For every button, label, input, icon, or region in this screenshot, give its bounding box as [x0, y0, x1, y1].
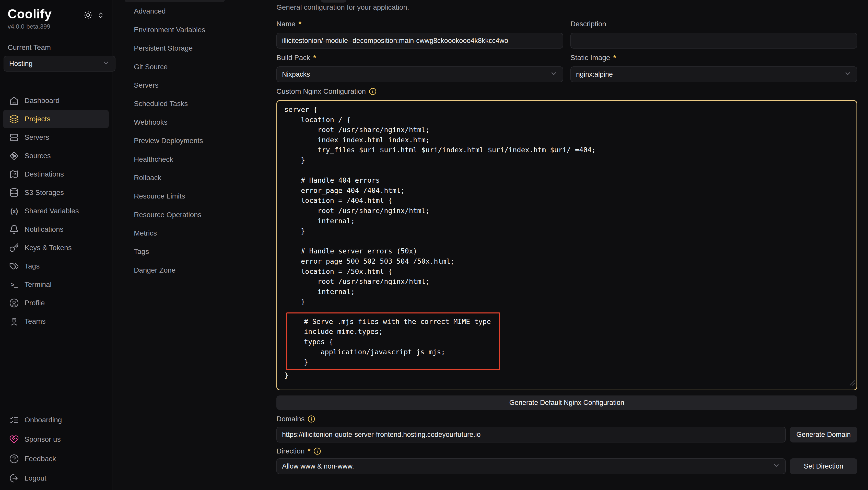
- sidebar: Coolify v4.0.0-beta.399 Current Team Hos…: [0, 0, 113, 490]
- sidebar-item-logout[interactable]: Logout: [3, 468, 109, 488]
- main-nav: Dashboard Projects Servers Sources Desti…: [0, 91, 112, 331]
- bell-icon: [9, 224, 19, 234]
- help-circle-icon: [9, 454, 19, 464]
- mime-types-highlight-box: # Serve .mjs files with the correct MIME…: [286, 312, 500, 370]
- sidebar-item-s3-storages[interactable]: S3 Storages: [3, 183, 109, 202]
- logout-icon: [9, 473, 19, 483]
- settings-nav-item[interactable]: Tags: [125, 242, 225, 261]
- sidebar-item-dashboard[interactable]: Dashboard: [3, 91, 109, 110]
- nginx-config-textarea[interactable]: server { location / { root /usr/share/ng…: [276, 100, 857, 390]
- tags-icon: [9, 262, 19, 271]
- settings-nav-item[interactable]: Advanced: [125, 2, 225, 21]
- name-input[interactable]: illicitestonion/-module--decomposition:m…: [276, 33, 563, 49]
- required-asterisk: *: [313, 54, 316, 62]
- sidebar-item-feedback[interactable]: Feedback: [3, 449, 109, 468]
- settings-nav-item[interactable]: Healthcheck: [125, 150, 225, 169]
- map-icon: [9, 170, 19, 179]
- build-pack-label: Build Pack*: [276, 54, 563, 62]
- nginx-config-label: Custom Nginx Configuration: [276, 87, 857, 96]
- settings-nav: AdvancedEnvironment VariablesPersistent …: [125, 0, 225, 279]
- name-label: Name*: [276, 20, 563, 28]
- sidebar-item-shared-variables[interactable]: (x) Shared Variables: [3, 202, 109, 220]
- sidebar-item-terminal[interactable]: >_ Terminal: [3, 275, 109, 294]
- description-input[interactable]: [570, 33, 857, 49]
- chevron-down-icon: [844, 70, 851, 79]
- domains-label: Domains: [276, 415, 857, 423]
- sidebar-item-notifications[interactable]: Notifications: [3, 220, 109, 239]
- settings-nav-item[interactable]: Environment Variables: [125, 21, 225, 39]
- chevrons-up-down-icon[interactable]: [97, 11, 104, 21]
- generate-domain-button[interactable]: Generate Domain: [790, 427, 857, 442]
- chevron-down-icon: [550, 70, 558, 79]
- info-icon[interactable]: [308, 415, 315, 423]
- page-subtitle: General configuration for your applicati…: [276, 3, 857, 12]
- settings-nav-item[interactable]: Resource Operations: [125, 206, 225, 224]
- team-select[interactable]: Hosting: [4, 56, 116, 71]
- settings-nav-item[interactable]: Webhooks: [125, 113, 225, 131]
- domains-input[interactable]: https://illicitonion-quote-server-fronte…: [276, 427, 786, 442]
- sidebar-item-projects[interactable]: Projects: [3, 110, 109, 128]
- settings-nav-item[interactable]: Preview Deployments: [125, 131, 225, 150]
- database-icon: [9, 188, 19, 197]
- main-content: General configuration for your applicati…: [276, 0, 857, 474]
- required-asterisk: *: [613, 54, 616, 62]
- user-circle-icon: [9, 298, 19, 308]
- resize-handle-icon[interactable]: [849, 378, 855, 388]
- settings-nav-item[interactable]: Scheduled Tasks: [125, 94, 225, 113]
- direction-select[interactable]: Allow www & non-www.: [276, 458, 786, 474]
- checklist-icon: [9, 415, 19, 425]
- sidebar-item-sources[interactable]: Sources: [3, 147, 109, 165]
- scrolled-partial-element: [321, 0, 346, 3]
- static-image-select[interactable]: nginx:alpine: [570, 66, 857, 82]
- terminal-icon: >_: [9, 280, 19, 289]
- sidebar-item-onboarding[interactable]: Onboarding: [3, 410, 109, 430]
- required-asterisk: *: [299, 20, 302, 28]
- set-direction-button[interactable]: Set Direction: [790, 458, 857, 474]
- build-pack-select[interactable]: Nixpacks: [276, 66, 563, 82]
- generate-default-nginx-button[interactable]: Generate Default Nginx Configuration: [276, 396, 857, 410]
- settings-nav-item[interactable]: Resource Limits: [125, 187, 225, 205]
- sidebar-item-teams[interactable]: Teams: [3, 312, 109, 331]
- git-source-icon: [9, 151, 19, 161]
- settings-nav-item[interactable]: Rollback: [125, 169, 225, 187]
- app-logo: Coolify: [8, 7, 52, 22]
- server-icon: [9, 132, 19, 142]
- heart-hand-icon: [9, 434, 19, 444]
- chevron-down-icon: [772, 462, 780, 471]
- settings-nav-item[interactable]: Persistent Storage: [125, 39, 225, 58]
- sidebar-item-sponsor-us[interactable]: Sponsor us: [3, 430, 109, 449]
- theme-toggle-sun-icon[interactable]: [84, 11, 92, 22]
- sidebar-item-keys-tokens[interactable]: Keys & Tokens: [3, 239, 109, 257]
- layers-icon: [9, 114, 19, 124]
- description-label: Description: [570, 20, 857, 28]
- settings-nav-item[interactable]: Servers: [125, 76, 225, 94]
- sidebar-item-destinations[interactable]: Destinations: [3, 165, 109, 183]
- settings-nav-item[interactable]: Danger Zone: [125, 261, 225, 279]
- sidebar-footer-nav: Onboarding Sponsor us Feedback Logout: [0, 410, 112, 490]
- settings-nav-item[interactable]: Metrics: [125, 224, 225, 242]
- sidebar-item-tags[interactable]: Tags: [3, 257, 109, 275]
- settings-nav-item[interactable]: Git Source: [125, 58, 225, 76]
- current-team-label: Current Team: [0, 30, 112, 52]
- home-icon: [9, 96, 19, 105]
- direction-label: Direction*: [276, 447, 857, 455]
- key-icon: [9, 243, 19, 253]
- chevron-down-icon: [102, 59, 110, 68]
- variable-icon: (x): [9, 206, 19, 216]
- coolify-app: Coolify v4.0.0-beta.399 Current Team Hos…: [0, 0, 868, 490]
- required-asterisk: *: [308, 447, 310, 455]
- info-icon[interactable]: [313, 447, 321, 455]
- users-icon: [9, 316, 19, 326]
- app-version: v4.0.0-beta.399: [0, 22, 112, 30]
- info-icon[interactable]: [369, 88, 376, 95]
- sidebar-item-servers[interactable]: Servers: [3, 128, 109, 147]
- sidebar-item-profile[interactable]: Profile: [3, 294, 109, 312]
- settings-nav-active-item-partial[interactable]: [125, 0, 225, 2]
- static-image-label: Static Image*: [570, 54, 857, 62]
